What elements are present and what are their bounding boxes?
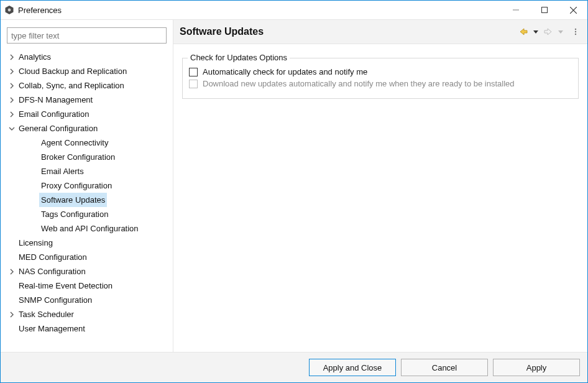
chevron-right-icon[interactable] — [7, 83, 17, 89]
tree-item-label: NAS Configuration — [17, 264, 88, 279]
svg-point-9 — [575, 31, 576, 32]
app-icon — [4, 5, 14, 15]
chevron-right-icon[interactable] — [7, 97, 17, 103]
tree-item-label: Licensing — [17, 236, 55, 250]
tree-item-snmp-configuration[interactable]: SNMP Configuration — [7, 293, 167, 307]
auto-download-label: Download new updates automatically and n… — [203, 79, 515, 88]
tree-item-proxy-configuration[interactable]: Proxy Configuration — [7, 178, 167, 193]
tree-item-real-time-event-detection[interactable]: Real-time Event Detection — [7, 279, 167, 293]
dialog-body: AnalyticsCloud Backup and ReplicationCol… — [1, 19, 587, 352]
preferences-tree-panel: AnalyticsCloud Backup and ReplicationCol… — [1, 20, 173, 352]
tree-item-med-configuration[interactable]: MED Configuration — [7, 250, 167, 264]
chevron-right-icon[interactable] — [7, 311, 17, 318]
tree-item-label: Tags Configuration — [39, 207, 110, 221]
chevron-right-icon[interactable] — [7, 68, 17, 75]
forward-dropdown-icon — [555, 26, 566, 37]
tree-item-label: Collab, Sync, and Replication — [17, 78, 126, 93]
tree-item-label: User Management — [17, 321, 87, 336]
tree-item-label: Broker Configuration — [39, 150, 117, 164]
tree-item-email-alerts[interactable]: Email Alerts — [7, 164, 167, 178]
minimize-button[interactable] — [502, 1, 530, 19]
page-title: Software Updates — [180, 26, 264, 37]
tree-item-dfs-n-management[interactable]: DFS-N Management — [7, 93, 167, 107]
auto-check-row[interactable]: Automatically check for updates and noti… — [189, 67, 572, 76]
tree-item-email-configuration[interactable]: Email Configuration — [7, 107, 167, 121]
tree-item-label: Email Alerts — [39, 164, 86, 178]
preferences-dialog: Preferences AnalyticsCloud Backup and Re… — [0, 0, 588, 383]
tree-item-label: DFS-N Management — [17, 93, 94, 107]
page-content: Check for Updates Options Automatically … — [173, 44, 587, 352]
apply-button[interactable]: Apply — [493, 359, 580, 376]
maximize-button[interactable] — [530, 1, 559, 19]
tree-item-user-management[interactable]: User Management — [7, 321, 167, 336]
filter-text-input[interactable] — [7, 27, 167, 44]
tree-item-label: SNMP Configuration — [17, 293, 94, 307]
tree-item-cloud-backup-and-replication[interactable]: Cloud Backup and Replication — [7, 64, 167, 78]
tree-item-label: Software Updates — [39, 193, 107, 207]
auto-download-row: Download new updates automatically and n… — [189, 79, 572, 88]
tree-item-broker-configuration[interactable]: Broker Configuration — [7, 150, 167, 164]
tree-item-label: Real-time Event Detection — [17, 279, 114, 293]
forward-icon — [543, 26, 554, 37]
chevron-down-icon[interactable] — [7, 126, 17, 132]
tree-item-task-scheduler[interactable]: Task Scheduler — [7, 307, 167, 321]
tree-item-agent-connectivity[interactable]: Agent Connectivity — [7, 136, 167, 150]
preferences-page: Software Updates — [173, 20, 587, 352]
tree-item-label: Analytics — [17, 50, 53, 64]
tree-item-label: Cloud Backup and Replication — [17, 64, 129, 78]
dialog-footer: Apply and Close Cancel Apply — [1, 352, 587, 382]
svg-marker-6 — [533, 30, 538, 34]
auto-download-checkbox — [189, 80, 198, 88]
tree-item-label: Agent Connectivity — [39, 136, 110, 150]
titlebar: Preferences — [1, 1, 587, 19]
close-button[interactable] — [559, 1, 587, 19]
view-menu-icon[interactable] — [570, 26, 581, 37]
auto-check-label: Automatically check for updates and noti… — [203, 67, 367, 76]
tree-item-label: General Configuration — [17, 121, 99, 136]
tree-item-label: MED Configuration — [17, 250, 89, 264]
tree-item-software-updates[interactable]: Software Updates — [7, 193, 167, 207]
tree-item-analytics[interactable]: Analytics — [7, 50, 167, 64]
back-dropdown-icon[interactable] — [530, 26, 541, 37]
tree-item-collab-sync-and-replication[interactable]: Collab, Sync, and Replication — [7, 78, 167, 93]
chevron-right-icon[interactable] — [7, 269, 17, 275]
back-icon[interactable] — [518, 26, 529, 37]
tree-item-general-configuration[interactable]: General Configuration — [7, 121, 167, 136]
update-options-group: Check for Updates Options Automatically … — [182, 58, 579, 99]
auto-check-checkbox[interactable] — [189, 68, 198, 76]
chevron-right-icon[interactable] — [7, 54, 17, 60]
tree-item-tags-configuration[interactable]: Tags Configuration — [7, 207, 167, 221]
group-legend: Check for Updates Options — [188, 53, 290, 62]
page-header: Software Updates — [173, 20, 587, 44]
tree-item-label: Proxy Configuration — [39, 178, 114, 193]
tree-item-licensing[interactable]: Licensing — [7, 236, 167, 250]
svg-point-1 — [8, 9, 11, 12]
apply-and-close-button[interactable]: Apply and Close — [309, 359, 396, 376]
svg-point-10 — [575, 34, 576, 35]
window-title: Preferences — [18, 6, 62, 15]
tree-item-nas-configuration[interactable]: NAS Configuration — [7, 264, 167, 279]
tree-item-label: Task Scheduler — [17, 307, 76, 321]
chevron-right-icon[interactable] — [7, 111, 17, 118]
svg-point-8 — [575, 29, 576, 30]
svg-rect-3 — [542, 7, 548, 13]
cancel-button[interactable]: Cancel — [401, 359, 488, 376]
preferences-tree[interactable]: AnalyticsCloud Backup and ReplicationCol… — [7, 50, 167, 336]
tree-item-label: Email Configuration — [17, 107, 91, 121]
svg-marker-7 — [558, 30, 563, 34]
tree-item-web-and-api-configuration[interactable]: Web and API Configuration — [7, 221, 167, 236]
tree-item-label: Web and API Configuration — [39, 221, 140, 236]
